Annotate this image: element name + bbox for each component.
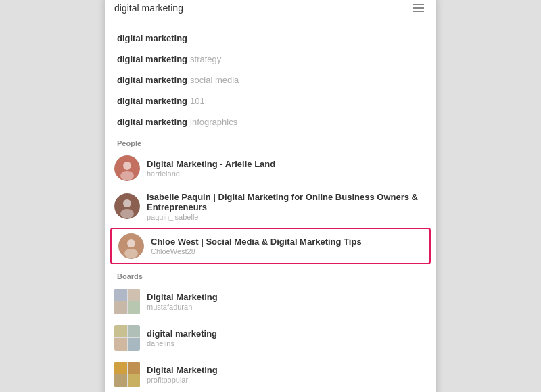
boards-section-label: Boards [105,266,436,283]
person-name: Isabelle Paquin | Digital Marketing for … [147,192,427,212]
suggestion-main-text: digital marketing [117,117,187,127]
board-name: digital marketing [147,328,217,339]
person-info: Digital Marketing - Arielle Landharriela… [147,159,275,178]
board-info: digital marketingdanelins [147,328,217,347]
suggestion-main-text: digital marketing [117,33,187,43]
board-item[interactable]: Digital Marketingprofitpopular [105,356,436,393]
suggestion-item[interactable]: digital marketing social media [105,70,436,91]
suggestion-main-text: digital marketing [117,96,187,106]
menu-icon[interactable] [410,1,427,15]
search-panel: digital marketingdigital marketing strat… [105,0,436,392]
board-item[interactable]: Digital Marketingmustafaduran [105,283,436,320]
suggestion-item[interactable]: digital marketing 101 [105,91,436,112]
person-info: Isabelle Paquin | Digital Marketing for … [147,192,427,221]
board-name: Digital Marketing [147,365,218,375]
svg-point-1 [123,162,131,170]
suggestion-sub-text: infographics [190,117,237,127]
people-section-label: People [105,132,436,150]
svg-point-5 [120,209,134,218]
board-item[interactable]: digital marketingdanelins [105,320,436,356]
avatar [114,155,140,181]
suggestion-sub-text: 101 [190,96,205,106]
person-username: harrieland [147,170,275,178]
board-thumbnail [114,325,140,351]
board-owner: mustafaduran [147,303,218,311]
avatar [114,193,140,219]
svg-point-4 [123,199,131,207]
board-info: Digital Marketingmustafaduran [147,292,218,311]
person-info: Chloe West | Social Media & Digital Mark… [151,237,362,255]
suggestion-main-text: digital marketing [117,75,187,85]
search-bar [105,0,436,22]
avatar [118,233,144,259]
suggestion-main-text: digital marketing [117,54,187,64]
suggestion-item[interactable]: digital marketing [105,28,436,49]
person-name: Chloe West | Social Media & Digital Mark… [151,237,362,247]
suggestion-item[interactable]: digital marketing infographics [105,112,436,132]
svg-point-2 [120,171,134,180]
suggestion-sub-text: social media [190,75,239,85]
person-username: ChloeWest28 [151,247,362,255]
person-username: paquin_isabelle [147,213,427,221]
suggestion-sub-text: strategy [190,54,221,64]
person-item[interactable]: Digital Marketing - Arielle Landharriela… [105,150,436,187]
person-item[interactable]: Chloe West | Social Media & Digital Mark… [110,228,431,264]
board-info: Digital Marketingprofitpopular [147,365,218,384]
board-owner: danelins [147,339,217,347]
person-item[interactable]: Isabelle Paquin | Digital Marketing for … [105,187,436,226]
suggestions-list: digital marketingdigital marketing strat… [105,22,436,393]
board-thumbnail [114,289,140,314]
board-thumbnail [114,362,140,387]
suggestion-item[interactable]: digital marketing strategy [105,49,436,70]
board-name: Digital Marketing [147,292,218,302]
person-name: Digital Marketing - Arielle Land [147,159,275,169]
svg-point-7 [127,239,135,247]
svg-point-8 [124,249,138,258]
board-owner: profitpopular [147,376,218,384]
search-input[interactable] [114,3,410,14]
